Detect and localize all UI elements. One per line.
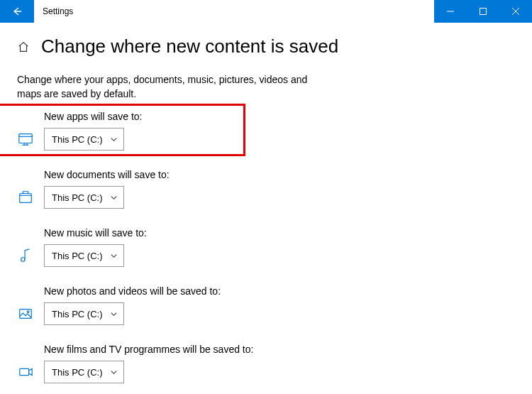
svg-point-12 bbox=[27, 311, 29, 313]
dropdown-apps[interactable]: This PC (C:) bbox=[44, 128, 124, 151]
close-icon bbox=[512, 8, 519, 15]
dropdown-films[interactable]: This PC (C:) bbox=[44, 361, 124, 383]
setting-documents: New documents will save to: This PC (C:) bbox=[17, 169, 515, 209]
arrow-left-icon bbox=[11, 6, 23, 17]
dropdown-documents[interactable]: This PC (C:) bbox=[44, 186, 124, 209]
content-area: Change where new content is saved Change… bbox=[0, 23, 532, 383]
maximize-icon bbox=[480, 8, 487, 15]
chevron-down-icon bbox=[110, 368, 118, 376]
page-header: Change where new content is saved bbox=[17, 35, 515, 58]
dropdown-value: This PC (C:) bbox=[52, 192, 103, 203]
dropdown-value: This PC (C:) bbox=[52, 367, 103, 378]
page-title: Change where new content is saved bbox=[41, 35, 338, 58]
chevron-down-icon bbox=[110, 252, 118, 260]
chevron-down-icon bbox=[110, 194, 118, 202]
setting-row-photos: This PC (C:) bbox=[17, 302, 515, 325]
dropdown-value: This PC (C:) bbox=[52, 251, 103, 261]
setting-label-apps: New apps will save to: bbox=[44, 111, 515, 122]
setting-photos: New photos and videos will be saved to: … bbox=[17, 285, 515, 325]
setting-row-documents: This PC (C:) bbox=[17, 186, 515, 209]
titlebar: Settings bbox=[0, 0, 532, 23]
setting-label-documents: New documents will save to: bbox=[44, 169, 515, 180]
setting-label-music: New music will save to: bbox=[44, 227, 515, 239]
window-controls bbox=[434, 0, 532, 23]
svg-rect-9 bbox=[20, 194, 32, 203]
page-description: Change where your apps, documents, music… bbox=[17, 73, 322, 101]
svg-rect-1 bbox=[480, 9, 487, 15]
minimize-button[interactable] bbox=[434, 0, 467, 23]
setting-apps: New apps will save to: This PC (C:) bbox=[17, 111, 515, 151]
window-title: Settings bbox=[34, 0, 434, 23]
svg-rect-11 bbox=[20, 310, 32, 319]
dropdown-music[interactable]: This PC (C:) bbox=[44, 244, 124, 267]
dropdown-value: This PC (C:) bbox=[52, 309, 103, 319]
home-icon[interactable] bbox=[17, 40, 30, 53]
setting-label-films: New films and TV programmes will be save… bbox=[44, 344, 515, 355]
close-button[interactable] bbox=[499, 0, 532, 23]
minimize-icon bbox=[447, 8, 454, 15]
dropdown-value: This PC (C:) bbox=[52, 134, 103, 145]
back-button[interactable] bbox=[0, 0, 34, 23]
music-icon bbox=[17, 247, 34, 264]
films-icon bbox=[17, 363, 34, 381]
setting-music: New music will save to: This PC (C:) bbox=[17, 227, 515, 267]
setting-films: New films and TV programmes will be save… bbox=[17, 344, 515, 383]
svg-point-10 bbox=[21, 258, 25, 262]
setting-label-photos: New photos and videos will be saved to: bbox=[44, 285, 515, 297]
apps-icon bbox=[17, 131, 34, 148]
svg-rect-4 bbox=[19, 134, 32, 143]
dropdown-photos[interactable]: This PC (C:) bbox=[44, 302, 124, 325]
setting-row-films: This PC (C:) bbox=[17, 361, 515, 383]
photos-icon bbox=[17, 305, 34, 322]
setting-row-apps: This PC (C:) bbox=[17, 128, 515, 151]
maximize-button[interactable] bbox=[467, 0, 499, 23]
setting-row-music: This PC (C:) bbox=[17, 244, 515, 267]
documents-icon bbox=[17, 189, 34, 206]
svg-rect-13 bbox=[20, 369, 29, 376]
chevron-down-icon bbox=[110, 136, 118, 143]
chevron-down-icon bbox=[110, 310, 118, 318]
